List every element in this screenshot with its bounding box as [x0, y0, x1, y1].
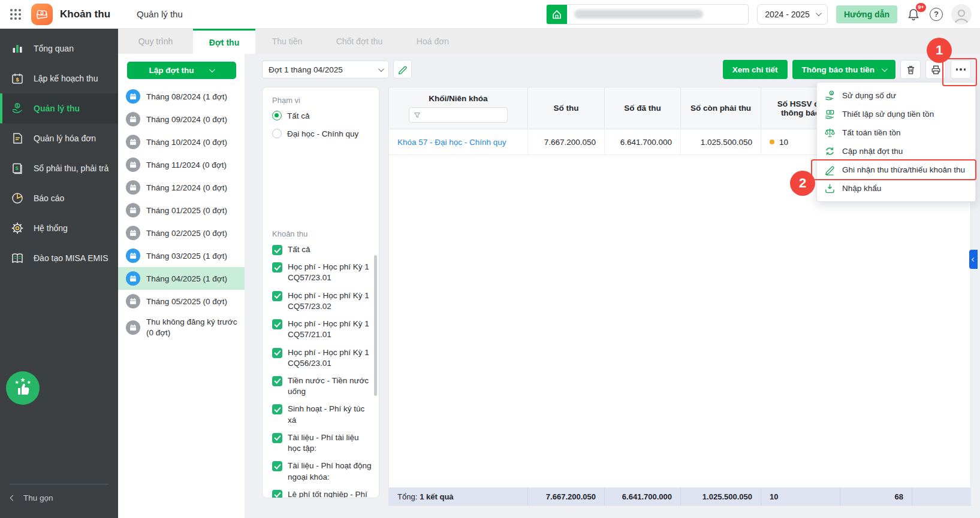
- class-group-link[interactable]: Khóa 57 - Đại học - Chính quy: [397, 138, 506, 147]
- menu-item-thiet-lap-su-dung-tien-ton[interactable]: Thiết lập sử dụng tiền tồn: [817, 105, 975, 123]
- app-grid-icon[interactable]: [10, 9, 21, 20]
- radio-unchecked-icon: [272, 129, 282, 138]
- school-selector[interactable]: [546, 4, 749, 25]
- total-so-thu: 7.667.200.050: [528, 487, 605, 505]
- month-label: Tháng 05/2025 (0 đợt): [146, 297, 227, 306]
- fee-option[interactable]: Tiền nước - Tiền nước uống: [272, 375, 372, 397]
- menu-item-nhap-khau[interactable]: Nhập khẩu: [817, 179, 975, 198]
- sidebar-item-quan-ly-thu[interactable]: $ Quản lý thu: [0, 93, 118, 123]
- fee-option[interactable]: Tài liệu - Phí tài liệu học tập:: [272, 432, 372, 454]
- month-item-selected[interactable]: Tháng 04/2025 (1 đợt): [118, 267, 245, 290]
- tab-dot-thu[interactable]: Đợt thu: [193, 29, 255, 54]
- sidebar-item-bao-cao[interactable]: Báo cáo: [0, 183, 118, 213]
- scope-option-all[interactable]: Tất cả: [272, 111, 372, 120]
- view-detail-label: Xem chi tiết: [732, 65, 778, 74]
- tab-bar: Quy trình Đợt thu Thu tiền Chốt đợt thu …: [118, 29, 980, 54]
- guide-button[interactable]: Hướng dẫn: [836, 5, 897, 23]
- total-label-cell: Tổng: 1 kết quả: [389, 487, 528, 505]
- month-item[interactable]: Tháng 09/2024 (0 đợt): [118, 108, 245, 131]
- scope-option-dai-hoc[interactable]: Đại học - Chính quy: [272, 129, 372, 138]
- column-filter-input[interactable]: [409, 107, 508, 123]
- menu-item-cap-nhat-dot-thu[interactable]: Cập nhật đợt thu: [817, 142, 975, 160]
- month-item[interactable]: Tháng 03/2025 (1 đợt): [118, 244, 245, 267]
- sidebar-item-label: Quản lý hóa đơn: [34, 134, 96, 143]
- menu-item-tat-toan-tien-ton[interactable]: Tất toán tiền tồn: [817, 123, 975, 142]
- fee-option[interactable]: Học phí - Học phí Kỳ 1 CQ57/21.01: [272, 319, 372, 340]
- total-so-hssv: 10: [761, 487, 840, 505]
- fee-option-label: Sinh hoạt - Phí ký túc xá: [288, 404, 372, 425]
- month-label: Tháng 08/2024 (1 đợt): [146, 92, 227, 101]
- svg-text:★: ★: [20, 377, 26, 383]
- menu-item-label: Tất toán tiền tồn: [842, 128, 901, 137]
- calendar-icon: [126, 89, 140, 104]
- sidebar-item-quan-ly-hoa-don[interactable]: Quản lý hóa đơn: [0, 123, 118, 153]
- notifications-button[interactable]: 9+: [906, 7, 921, 22]
- filter-panel: Phạm vi Tất cả Đại học - Chính quy Khoản…: [262, 87, 379, 498]
- tab-thu-tien[interactable]: Thu tiền: [255, 29, 319, 54]
- month-item[interactable]: Thu không đăng ký trước (0 đợt): [118, 313, 245, 343]
- total-so-da-thu: 6.641.700.000: [605, 487, 681, 505]
- sidebar-item-label: Sổ phải thu, phải trả: [34, 163, 108, 173]
- menu-item-su-dung-so-du[interactable]: $ Sử dụng số dư: [817, 86, 975, 105]
- sidebar-item-label: Tổng quan: [34, 44, 74, 53]
- sidebar-divider: [10, 484, 108, 484]
- sidebar-item-tong-quan[interactable]: Tổng quan: [0, 34, 118, 63]
- school-year-select[interactable]: 2024 - 2025: [757, 4, 828, 25]
- calendar-icon: [126, 112, 140, 126]
- calendar-dollar-icon: $: [10, 72, 25, 85]
- fee-option[interactable]: Học phí - Học phí Kỳ 1 CQ57/23.02: [272, 290, 372, 312]
- fee-option-label: Tài liệu - Phí tài liệu học tập:: [288, 432, 372, 454]
- overview-bars-icon: [10, 42, 25, 55]
- printer-icon: [930, 64, 942, 75]
- menu-item-label: Cập nhật đợt thu: [842, 147, 903, 156]
- sidebar-item-he-thong[interactable]: Hệ thống: [0, 213, 118, 243]
- sidebar-item-label: Hệ thống: [34, 223, 68, 233]
- sidebar-item-dao-tao-misa-emis[interactable]: Đào tạo MISA EMIS: [0, 243, 118, 273]
- delete-button[interactable]: [900, 60, 921, 79]
- chevron-down-icon: [816, 10, 822, 16]
- sidebar-item-so-phai-thu-phai-tra[interactable]: $ Sổ phải thu, phải trả: [0, 153, 118, 183]
- tab-hoa-don[interactable]: Hoá đơn: [400, 29, 466, 54]
- checkbox-checked-icon: [272, 461, 282, 471]
- scrollbar[interactable]: [374, 255, 377, 396]
- batch-select[interactable]: Đợt 1 tháng 04/2025: [262, 60, 389, 78]
- checkbox-checked-icon: [272, 245, 282, 255]
- month-item[interactable]: Tháng 08/2024 (1 đợt): [118, 85, 245, 108]
- chevron-down-icon: [378, 66, 384, 72]
- notify-payment-button[interactable]: Thông báo thu tiền: [792, 60, 895, 79]
- avatar[interactable]: [951, 4, 972, 25]
- month-item[interactable]: Tháng 02/2025 (0 đợt): [118, 222, 245, 244]
- month-item[interactable]: Tháng 05/2025 (0 đợt): [118, 290, 245, 313]
- batch-select-value: Đợt 1 tháng 04/2025: [269, 65, 343, 74]
- checkbox-checked-icon: [272, 348, 282, 358]
- month-item[interactable]: Tháng 12/2024 (0 đợt): [118, 176, 245, 199]
- svg-text:$: $: [16, 165, 19, 171]
- create-batch-button[interactable]: Lập đợt thu: [127, 62, 236, 79]
- import-icon: [824, 183, 836, 194]
- collapse-sidebar-button[interactable]: Thu gọn: [11, 493, 53, 502]
- topbar-actions: 2024 - 2025 Hướng dẫn 9+ ?: [546, 4, 972, 25]
- tab-quy-trinh[interactable]: Quy trình: [118, 29, 193, 54]
- tab-chot-dot-thu[interactable]: Chốt đợt thu: [319, 29, 400, 54]
- chevron-down-icon: [882, 66, 888, 72]
- fee-option[interactable]: Học phí - Học phí Kỳ 1 CQ56/23.01: [272, 347, 372, 369]
- help-icon[interactable]: ?: [930, 8, 943, 21]
- chevron-left-icon: [971, 257, 975, 261]
- fee-option-label: Lệ phí tốt nghiệp - Phí xét: [288, 489, 372, 498]
- view-detail-button[interactable]: Xem chi tiết: [723, 60, 788, 79]
- sidebar-item-lap-ke-hoach-thu[interactable]: $ Lập kế hoạch thu: [0, 63, 118, 93]
- fee-option[interactable]: Lệ phí tốt nghiệp - Phí xét: [272, 489, 372, 498]
- top-bar: Khoản thu Quản lý thu 2024 - 2025 Hướng …: [0, 0, 980, 29]
- calendar-icon: [126, 320, 140, 335]
- menu-item-label: Thiết lập sử dụng tiền tồn: [842, 110, 934, 119]
- fee-option[interactable]: Sinh hoạt - Phí ký túc xá: [272, 404, 372, 425]
- fee-option[interactable]: Học phí - Học phí Kỳ 1 CQ57/23.01: [272, 262, 372, 283]
- total-label: Tổng:: [397, 492, 417, 501]
- fee-option[interactable]: Tất cả: [272, 244, 372, 255]
- expand-panel-button[interactable]: [969, 250, 978, 269]
- fee-option[interactable]: Tài liệu - Phí hoạt động ngoại khóa:: [272, 461, 372, 482]
- feedback-button[interactable]: ★ ★ ★: [6, 371, 40, 405]
- month-item[interactable]: Tháng 10/2024 (0 đợt): [118, 131, 245, 153]
- month-item[interactable]: Tháng 01/2025 (0 đợt): [118, 199, 245, 222]
- month-item[interactable]: Tháng 11/2024 (0 đợt): [118, 153, 245, 176]
